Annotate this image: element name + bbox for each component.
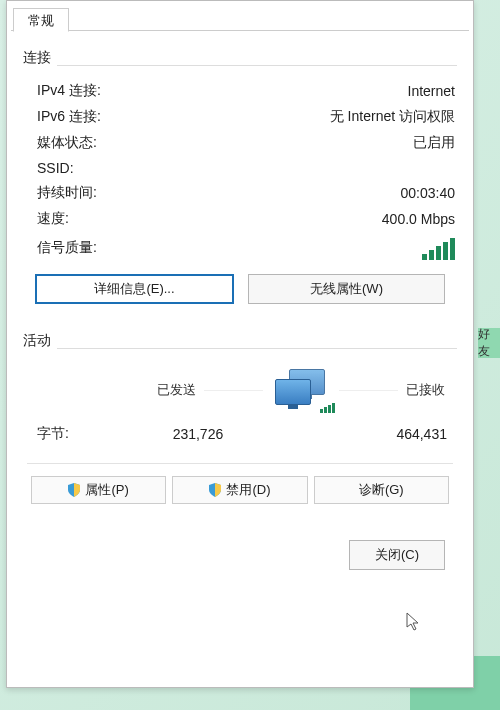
footer-row: 关闭(C)	[23, 520, 457, 580]
ipv4-value: Internet	[408, 83, 455, 99]
row-ipv4: IPv4 连接: Internet	[23, 78, 457, 104]
connection-group-label: 连接	[23, 49, 57, 67]
signal-bars-icon	[422, 236, 455, 260]
sent-label: 已发送	[157, 381, 196, 399]
media-value: 已启用	[413, 134, 455, 152]
duration-label: 持续时间:	[37, 184, 97, 202]
row-ipv6: IPv6 连接: 无 Internet 访问权限	[23, 104, 457, 130]
bytes-recv-value: 464,431	[327, 426, 447, 442]
ipv6-value: 无 Internet 访问权限	[330, 108, 455, 126]
disable-button-label: 禁用(D)	[226, 481, 270, 499]
activity-header: 已发送 已接收	[23, 361, 457, 413]
row-media: 媒体状态: 已启用	[23, 130, 457, 156]
wireless-properties-button[interactable]: 无线属性(W)	[248, 274, 445, 304]
close-button[interactable]: 关闭(C)	[349, 540, 445, 570]
connection-group: 连接 IPv4 连接: Internet IPv6 连接: 无 Internet…	[23, 41, 457, 314]
close-button-label: 关闭(C)	[375, 546, 419, 564]
ipv6-label: IPv6 连接:	[37, 108, 101, 126]
properties-button-label: 属性(P)	[85, 481, 128, 499]
details-button-label: 详细信息(E)...	[94, 280, 174, 298]
speed-value: 400.0 Mbps	[382, 211, 455, 227]
activity-group: 活动 已发送 已接收	[23, 324, 457, 510]
signal-value	[422, 236, 455, 260]
wifi-status-dialog: 常规 连接 IPv4 连接: Internet IPv6 连接: 无 Inter…	[6, 0, 474, 688]
tab-general[interactable]: 常规	[13, 8, 69, 32]
network-activity-icon	[271, 369, 331, 411]
speed-label: 速度:	[37, 210, 69, 228]
diagnose-button[interactable]: 诊断(G)	[314, 476, 449, 504]
shield-icon	[68, 483, 80, 497]
details-button[interactable]: 详细信息(E)...	[35, 274, 234, 304]
shield-icon	[209, 483, 221, 497]
activity-frame: 已发送 已接收 字节: 231,726	[23, 348, 457, 510]
activity-group-label: 活动	[23, 332, 57, 350]
tab-general-label: 常规	[28, 13, 54, 28]
wireless-properties-button-label: 无线属性(W)	[310, 280, 383, 298]
diagnose-button-label: 诊断(G)	[359, 481, 404, 499]
recv-label: 已接收	[406, 381, 445, 399]
row-speed: 速度: 400.0 Mbps	[23, 206, 457, 232]
ssid-label: SSID:	[37, 160, 74, 176]
row-ssid: SSID:	[23, 156, 457, 180]
divider	[27, 463, 453, 464]
tab-body: 连接 IPv4 连接: Internet IPv6 连接: 无 Internet…	[7, 31, 473, 588]
bytes-sent-value: 231,726	[138, 426, 258, 442]
properties-button[interactable]: 属性(P)	[31, 476, 166, 504]
tab-strip: 常规	[11, 5, 469, 31]
media-label: 媒体状态:	[37, 134, 97, 152]
duration-value: 00:03:40	[401, 185, 456, 201]
bytes-label: 字节:	[37, 425, 69, 443]
ipv4-label: IPv4 连接:	[37, 82, 101, 100]
signal-label: 信号质量:	[37, 239, 97, 257]
background-snippet: 好友	[478, 328, 500, 358]
row-signal: 信号质量:	[23, 232, 457, 264]
row-duration: 持续时间: 00:03:40	[23, 180, 457, 206]
bytes-row: 字节: 231,726 464,431	[23, 413, 457, 457]
action-row: 属性(P) 禁用(D) 诊断(G)	[23, 470, 457, 510]
connection-buttons: 详细信息(E)... 无线属性(W)	[23, 264, 457, 314]
disable-button[interactable]: 禁用(D)	[172, 476, 307, 504]
connection-frame: IPv4 连接: Internet IPv6 连接: 无 Internet 访问…	[23, 65, 457, 314]
